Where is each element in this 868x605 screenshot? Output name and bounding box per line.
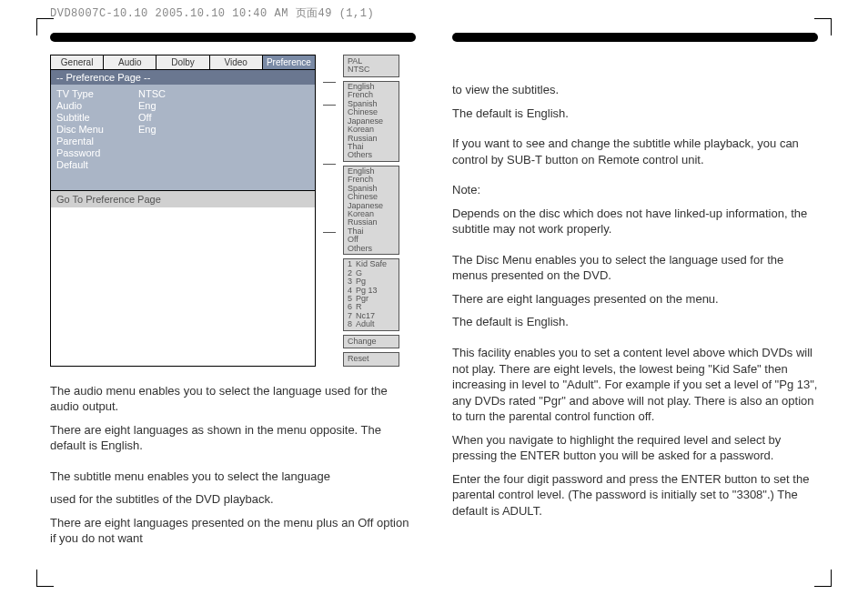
- left-body-text: The audio menu enables you to select the…: [50, 383, 416, 561]
- para: Note:: [452, 182, 818, 198]
- submenu-subtitle[interactable]: English French Spanish Chinese Japanese …: [343, 166, 399, 255]
- tab-general[interactable]: General: [51, 55, 104, 69]
- para: Enter the four digit password and press …: [452, 471, 818, 519]
- row-value: [138, 159, 309, 170]
- submenu-parental[interactable]: 1Kid Safe 2G 3Pg 4Pg 13 5Pgr 6R 7Nc17 8A…: [343, 258, 399, 331]
- para: used for the subtitles of the DVD playba…: [50, 491, 416, 508]
- submenu-password[interactable]: Change: [343, 335, 399, 348]
- left-column: General Audio Dolby Video Preference -- …: [50, 27, 416, 578]
- row-label[interactable]: Audio: [56, 100, 138, 111]
- opt[interactable]: Adult: [356, 320, 375, 328]
- para: The default is English.: [452, 314, 818, 330]
- connectors: [323, 55, 336, 367]
- para: This facility enables you to set a conte…: [452, 345, 818, 425]
- section-rule: [50, 33, 416, 42]
- osd-page-title: -- Preference Page --: [51, 70, 315, 85]
- para: The default is English.: [452, 106, 818, 122]
- print-header: DVD8007C-10.10 2005.10.10 10:40 AM 页面49 …: [50, 5, 374, 21]
- para: If you want to see and change the subtit…: [452, 136, 818, 167]
- osd-figure: General Audio Dolby Video Preference -- …: [50, 55, 416, 367]
- para: The Disc Menu enables you to select the …: [452, 252, 818, 284]
- osd-tabs: General Audio Dolby Video Preference: [51, 55, 315, 70]
- right-body-text: to view the subtitles. The default is En…: [452, 82, 818, 533]
- para: When you navigate to highlight the requi…: [452, 432, 818, 464]
- para: There are eight languages as shown in th…: [50, 422, 416, 454]
- row-value: NTSC: [138, 88, 309, 99]
- right-column: to view the subtitles. The default is En…: [452, 27, 818, 578]
- row-label[interactable]: Subtitle: [56, 112, 138, 123]
- row-label[interactable]: Default: [56, 159, 138, 170]
- row-value: [138, 147, 309, 158]
- submenu-audio[interactable]: English French Spanish Chinese Japanese …: [343, 81, 399, 162]
- tab-audio[interactable]: Audio: [104, 55, 156, 69]
- row-value: Eng: [138, 100, 309, 111]
- section-rule: [452, 33, 818, 42]
- row-label[interactable]: Password: [56, 147, 138, 158]
- row-label[interactable]: Disc Menu: [56, 124, 138, 135]
- row-label[interactable]: Parental: [56, 136, 138, 146]
- row-label[interactable]: TV Type: [56, 88, 138, 99]
- page-body: General Audio Dolby Video Preference -- …: [50, 27, 818, 578]
- tab-video[interactable]: Video: [210, 55, 263, 69]
- submenu-tvtype[interactable]: PAL NTSC: [343, 55, 399, 77]
- row-value: Off: [138, 112, 309, 123]
- row-value: [138, 136, 309, 146]
- para: Depends on the disc which does not have …: [452, 206, 818, 237]
- tab-dolby[interactable]: Dolby: [156, 55, 209, 69]
- para: The subtitle menu enables you to select …: [50, 469, 416, 485]
- n: 8: [348, 320, 352, 328]
- osd-panel: General Audio Dolby Video Preference -- …: [50, 55, 316, 367]
- opt[interactable]: Others: [348, 151, 395, 159]
- para: There are eight languages presented on t…: [50, 515, 416, 547]
- osd-settings: TV TypeNTSC AudioEng SubtitleOff Disc Me…: [51, 85, 315, 190]
- opt[interactable]: NTSC: [348, 66, 395, 74]
- tab-preference[interactable]: Preference: [263, 55, 315, 69]
- osd-hint: Go To Preference Page: [51, 190, 315, 207]
- submenus: PAL NTSC English French Spanish Chinese …: [343, 55, 399, 367]
- row-value: Eng: [138, 124, 309, 135]
- para: The audio menu enables you to select the…: [50, 383, 416, 415]
- para: to view the subtitles.: [452, 82, 818, 98]
- submenu-default[interactable]: Reset: [343, 352, 399, 366]
- para: There are eight languages presented on t…: [452, 291, 818, 308]
- opt[interactable]: Others: [348, 245, 395, 253]
